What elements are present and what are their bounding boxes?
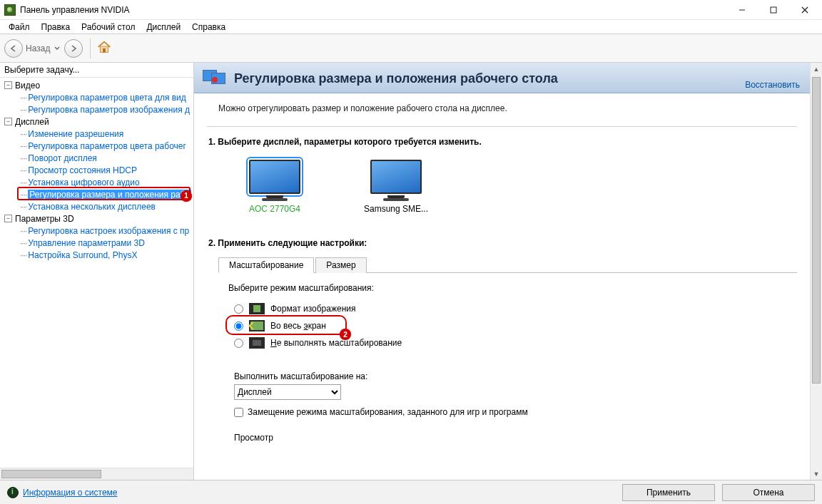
- menu-edit[interactable]: Правка: [36, 21, 76, 34]
- title-bar: Панель управления NVIDIA: [0, 0, 822, 20]
- page-header: Регулировка размера и положения рабочего…: [194, 63, 810, 93]
- svg-rect-1: [771, 7, 776, 13]
- display-label: AOC 2770G4: [235, 204, 314, 214]
- tree-item[interactable]: ····Установка нескольких дисплеев: [0, 200, 193, 212]
- tree-item-label: Регулировка настроек изображения с пр: [28, 226, 189, 236]
- tree-item-label: Установка цифрового аудио: [28, 178, 139, 187]
- tree-item[interactable]: ····Установка цифрового аудио: [0, 176, 193, 188]
- tree-item[interactable]: ····Настройка Surround, PhysX: [0, 249, 193, 261]
- tree-item[interactable]: ····Регулировка параметров цвета рабочег: [0, 140, 193, 152]
- tree-item-label: Просмотр состояния HDCP: [28, 165, 137, 175]
- minimize-button[interactable]: [726, 0, 758, 20]
- tree-category-label: Видео: [15, 81, 40, 91]
- chevron-down-icon: [54, 46, 60, 51]
- override-scaling-checkbox[interactable]: [234, 408, 243, 417]
- collapse-icon[interactable]: −: [4, 215, 12, 222]
- step2-title: 2. Применить следующие настройки:: [208, 238, 797, 248]
- tab-scaling-body: Выберите режим масштабирования: Формат и…: [207, 273, 797, 443]
- display-option-2[interactable]: Samsung SME...: [357, 160, 435, 214]
- info-icon: [7, 487, 19, 498]
- page-header-icon: [203, 68, 227, 88]
- restore-defaults-link[interactable]: Восстановить: [745, 80, 800, 90]
- tree-item-label: Установка нескольких дисплеев: [28, 202, 156, 212]
- sidebar-horizontal-scrollbar[interactable]: [0, 468, 193, 480]
- tree-item[interactable]: ····Управление параметрами 3D: [0, 237, 193, 249]
- collapse-icon[interactable]: −: [4, 81, 12, 89]
- step1-title: 1. Выберите дисплей, параметры которого …: [208, 137, 797, 147]
- page-description: Можно отрегулировать размер и положение …: [194, 93, 810, 126]
- menu-file[interactable]: Файл: [3, 21, 36, 34]
- menu-desktop[interactable]: Рабочий стол: [76, 21, 141, 34]
- page-title: Регулировка размера и положения рабочего…: [234, 71, 558, 86]
- settings-tabs: Масштабирование Размер: [218, 257, 797, 273]
- tree-item-label: Регулировка параметров изображения д: [28, 105, 190, 115]
- scroll-down-icon[interactable]: ▼: [811, 468, 822, 480]
- radio-input[interactable]: [234, 339, 243, 348]
- tree-item[interactable]: ····Изменение разрешения: [0, 128, 193, 140]
- scrollbar-thumb[interactable]: [1, 470, 101, 478]
- main-vertical-scrollbar[interactable]: ▲ ▼: [810, 63, 822, 480]
- system-info-link[interactable]: Информация о системе: [23, 488, 117, 498]
- override-scaling-checkbox-row[interactable]: Замещение режима масштабирования, заданн…: [228, 407, 797, 417]
- radio-aspect-ratio[interactable]: Формат изображения: [228, 300, 797, 317]
- menu-help[interactable]: Справка: [186, 21, 231, 34]
- tree-item-label: Регулировка параметров цвета для вид: [28, 93, 186, 103]
- forward-button[interactable]: [64, 39, 83, 58]
- scaling-mode-heading: Выберите режим масштабирования:: [228, 283, 797, 293]
- tree-category-video[interactable]: − Видео: [0, 79, 193, 91]
- tree-category-label: Дисплей: [15, 117, 49, 127]
- menu-display[interactable]: Дисплей: [141, 21, 186, 34]
- tree-item-label: Поворот дисплея: [28, 153, 97, 163]
- tree-item[interactable]: ····Поворот дисплея: [0, 152, 193, 164]
- back-button[interactable]: [4, 39, 23, 58]
- sidebar-header: Выберите задачу...: [0, 63, 193, 78]
- tree-item-label: Управление параметрами 3D: [28, 238, 145, 248]
- tree-category-display[interactable]: − Дисплей: [0, 115, 193, 128]
- perform-scaling-on-label: Выполнить масштабирование на:: [234, 371, 797, 381]
- app-icon: [4, 4, 16, 16]
- radio-fullscreen[interactable]: Во весь экран: [228, 317, 797, 334]
- tab-size[interactable]: Размер: [315, 257, 366, 273]
- radio-no-scaling[interactable]: Не выполнять масштабирование: [228, 334, 797, 351]
- tree-item-selected[interactable]: ····Регулировка размера и положения рабо: [0, 188, 193, 200]
- toolbar: Назад: [0, 34, 822, 63]
- tree-category-3d[interactable]: − Параметры 3D: [0, 212, 193, 225]
- radio-input[interactable]: [234, 322, 243, 331]
- back-history-dropdown[interactable]: [53, 39, 61, 58]
- home-icon: [96, 39, 112, 55]
- menu-bar: Файл Правка Рабочий стол Дисплей Справка: [0, 20, 822, 34]
- fullscreen-icon: [249, 320, 265, 331]
- radio-label: Не выполнять масштабирование: [270, 338, 402, 348]
- perform-scaling-on-select[interactable]: Дисплей: [234, 384, 341, 400]
- maximize-button[interactable]: [758, 0, 789, 20]
- back-label: Назад: [26, 43, 50, 53]
- cancel-button[interactable]: Отмена: [722, 484, 815, 501]
- scroll-up-icon[interactable]: ▲: [811, 63, 822, 75]
- svg-rect-5: [103, 48, 106, 53]
- arrow-right-icon: [69, 44, 78, 53]
- task-sidebar: Выберите задачу... − Видео ····Регулиров…: [0, 63, 194, 480]
- monitor-icon: [370, 160, 422, 194]
- monitor-icon: [249, 160, 300, 194]
- tree-item[interactable]: ····Регулировка параметров изображения д: [0, 103, 193, 115]
- override-scaling-label: Замещение режима масштабирования, заданн…: [248, 407, 528, 417]
- home-button[interactable]: [96, 39, 112, 57]
- tab-scaling[interactable]: Масштабирование: [218, 257, 314, 273]
- tree-item[interactable]: ····Просмотр состояния HDCP: [0, 164, 193, 176]
- footer-bar: Информация о системе Применить Отмена: [0, 480, 822, 504]
- minimize-icon: [739, 6, 746, 14]
- scrollbar-thumb[interactable]: [812, 77, 821, 384]
- display-label: Samsung SME...: [357, 204, 435, 214]
- collapse-icon[interactable]: −: [4, 118, 12, 125]
- tree-item[interactable]: ····Регулировка настроек изображения с п…: [0, 225, 193, 237]
- tree-item-label: Настройка Surround, PhysX: [28, 250, 137, 260]
- radio-input[interactable]: [234, 304, 243, 314]
- close-icon: [801, 6, 808, 14]
- preview-label: Просмотр: [228, 433, 797, 443]
- apply-button[interactable]: Применить: [622, 484, 715, 501]
- close-button[interactable]: [789, 0, 821, 20]
- task-tree[interactable]: − Видео ····Регулировка параметров цвета…: [0, 78, 193, 468]
- no-scaling-icon: [249, 337, 265, 349]
- tree-item[interactable]: ····Регулировка параметров цвета для вид: [0, 91, 193, 103]
- display-option-1[interactable]: AOC 2770G4: [235, 160, 314, 214]
